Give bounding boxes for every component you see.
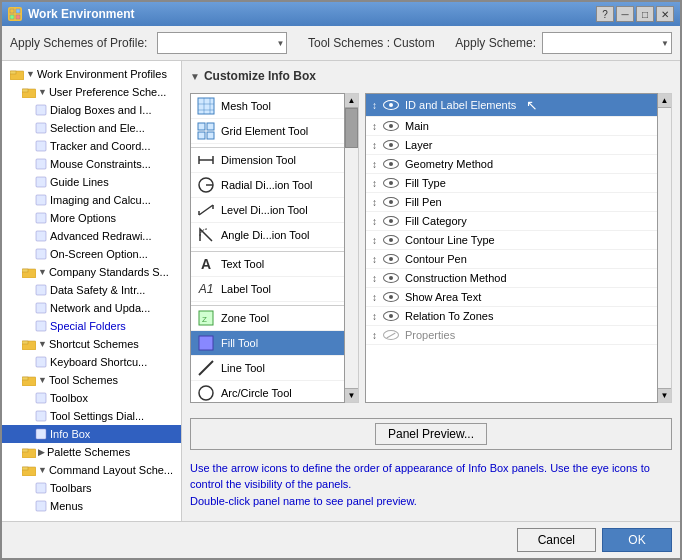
up-arrow[interactable]: ↕ [372,311,377,322]
tool-angle[interactable]: Angle Di...ion Tool [191,223,344,248]
up-arrow[interactable]: ↕ [372,235,377,246]
tool-level[interactable]: Level Di...ion Tool [191,198,344,223]
tool-arc[interactable]: Arc/Circle Tool [191,381,344,403]
up-arrow[interactable]: ↕ [372,292,377,303]
svg-point-57 [199,386,213,400]
eye-visible[interactable] [383,197,399,207]
tree-item-imaging[interactable]: Imaging and Calcu... [2,191,181,209]
up-arrow[interactable]: ↕ [372,254,377,265]
eye-visible[interactable] [383,254,399,264]
prop-arrows: ↕ [372,273,377,284]
tree-item-more-options[interactable]: More Options [2,209,181,227]
up-arrow[interactable]: ↕ [372,159,377,170]
tree-item-network[interactable]: Network and Upda... [2,299,181,317]
eye-visible[interactable] [383,216,399,226]
cancel-button[interactable]: Cancel [517,528,596,552]
ok-button[interactable]: OK [602,528,672,552]
tool-dimension[interactable]: Dimension Tool [191,148,344,173]
prop-fill-category[interactable]: ↕ Fill Category [366,212,657,231]
apply-schemes-dropdown[interactable]: ▼ [157,32,287,54]
scroll-thumb[interactable] [345,108,358,148]
tree-item-toolbars[interactable]: Toolbars [2,479,181,497]
properties-list: ↕ ID and Label Elements ↖ ↕ [365,93,658,403]
up-arrow[interactable]: ↕ [372,273,377,284]
up-arrow[interactable]: ↕ [372,197,377,208]
scroll-up[interactable]: ▲ [345,94,358,108]
tool-label[interactable]: A1 Label Tool [191,277,344,302]
props-scrollbar[interactable]: ▲ ▼ [658,93,672,403]
tree-item-mouse[interactable]: Mouse Constraints... [2,155,181,173]
prop-main[interactable]: ↕ Main [366,117,657,136]
fill-tool-icon [197,334,215,352]
tree-item-menus[interactable]: Menus [2,497,181,515]
tree-item-info-box[interactable]: Info Box [2,425,181,443]
tree-item-user-pref[interactable]: ▼ User Preference Sche... [2,83,181,101]
tool-mesh[interactable]: Mesh Tool [191,94,344,119]
prop-show-area[interactable]: ↕ Show Area Text [366,288,657,307]
prop-contour-line[interactable]: ↕ Contour Line Type [366,231,657,250]
tree-item-command-layout[interactable]: ▼ Command Layout Sche... [2,461,181,479]
tool-grid[interactable]: Grid Element Tool [191,119,344,144]
tool-line[interactable]: Line Tool [191,356,344,381]
eye-visible[interactable] [383,311,399,321]
tree-item-selection[interactable]: Selection and Ele... [2,119,181,137]
eye-visible[interactable] [383,292,399,302]
eye-visible[interactable] [383,100,399,110]
tree-item-onscreen[interactable]: On-Screen Option... [2,245,181,263]
tree-item-dialog[interactable]: Dialog Boxes and I... [2,101,181,119]
eye-visible[interactable] [383,273,399,283]
panel-preview-button[interactable]: Panel Preview... [375,423,487,445]
prop-construction[interactable]: ↕ Construction Method [366,269,657,288]
prop-relation-zones[interactable]: ↕ Relation To Zones [366,307,657,326]
prop-properties[interactable]: ↕ Properties [366,326,657,345]
scroll-down[interactable]: ▼ [345,388,358,402]
scroll-up[interactable]: ▲ [658,94,671,108]
tree-item-data-safety[interactable]: Data Safety & Intr... [2,281,181,299]
up-arrow[interactable]: ↕ [372,121,377,132]
up-arrow[interactable]: ↕ [372,178,377,189]
tools-scrollbar[interactable]: ▲ ▼ [345,93,359,403]
prop-geometry[interactable]: ↕ Geometry Method [366,155,657,174]
eye-visible[interactable] [383,140,399,150]
tool-fill[interactable]: Fill Tool [191,331,344,356]
eye-hidden[interactable] [383,330,399,340]
up-arrow[interactable]: ↕ [372,140,377,151]
help-button[interactable]: ? [596,6,614,22]
eye-visible[interactable] [383,121,399,131]
maximize-button[interactable]: □ [636,6,654,22]
tree-item-company[interactable]: ▼ Company Standards S... [2,263,181,281]
eye-visible[interactable] [383,235,399,245]
tree-item-tracker[interactable]: Tracker and Coord... [2,137,181,155]
apply-scheme-dropdown[interactable]: ▼ [542,32,672,54]
prop-layer[interactable]: ↕ Layer [366,136,657,155]
tree-label: Shortcut Schemes [49,338,139,350]
tree-item-tool-settings[interactable]: Tool Settings Dial... [2,407,181,425]
tree-item-toolbox[interactable]: Toolbox [2,389,181,407]
tree-item-special[interactable]: Special Folders [2,317,181,335]
tree-item-palette[interactable]: ▶ Palette Schemes [2,443,181,461]
tool-radial[interactable]: Radial Di...ion Tool [191,173,344,198]
tree-item-advanced[interactable]: Advanced Redrawi... [2,227,181,245]
grid-tool-icon [197,122,215,140]
tree-item-guide[interactable]: Guide Lines [2,173,181,191]
minimize-button[interactable]: ─ [616,6,634,22]
tree-item-tool-schemes[interactable]: ▼ Tool Schemes [2,371,181,389]
tree-item-keyboard[interactable]: Keyboard Shortcu... [2,353,181,371]
tree-item-work-env[interactable]: ▼ Work Environment Profiles [2,65,181,83]
tool-zone[interactable]: Z Zone Tool [191,306,344,331]
close-button[interactable]: ✕ [656,6,674,22]
prop-id-label[interactable]: ↕ ID and Label Elements ↖ [366,94,657,117]
prop-contour-pen[interactable]: ↕ Contour Pen [366,250,657,269]
eye-visible[interactable] [383,178,399,188]
eye-visible[interactable] [383,159,399,169]
up-arrow[interactable]: ↕ [372,100,377,111]
prop-fill-pen[interactable]: ↕ Fill Pen [366,193,657,212]
tool-text[interactable]: A Text Tool [191,252,344,277]
up-arrow[interactable]: ↕ [372,330,377,341]
up-arrow[interactable]: ↕ [372,216,377,227]
scroll-down[interactable]: ▼ [658,388,671,402]
collapse-arrow[interactable]: ▼ [190,71,200,82]
prop-fill-type[interactable]: ↕ Fill Type [366,174,657,193]
tree-item-shortcut[interactable]: ▼ Shortcut Schemes [2,335,181,353]
prop-arrows: ↕ [372,100,377,111]
